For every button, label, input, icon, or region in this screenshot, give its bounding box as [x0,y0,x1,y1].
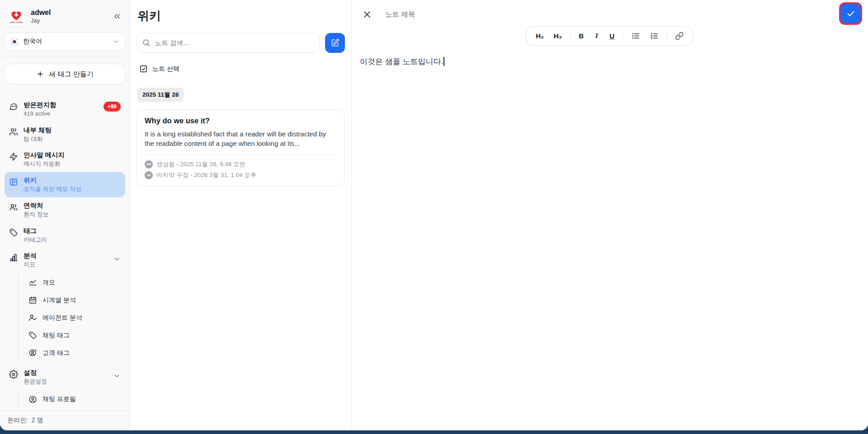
note-body-text: 이것은 샘플 노트입니다. [360,57,443,66]
chevron-down-icon [112,38,119,45]
heading3-button[interactable]: H₃ [550,30,566,42]
gear-icon [9,370,18,379]
line-chart-icon [28,278,37,287]
search-row [137,33,345,53]
user-circle-icon [28,395,37,404]
sidebar-item-wiki[interactable]: 위키 조직을 위한 메모 작성 [5,172,125,197]
sidebar-subitem-label: 에이전트 분석 [42,314,82,322]
sidebar-subitem-customer-tags[interactable]: 고객 태그 [19,344,125,362]
sidebar-item-tags[interactable]: 태그 카테고리 [5,223,125,248]
note-created-row: AD 생성됨 - 2025 11월 28, 9:46 오전 [145,159,337,170]
sidebar-subitem-overview[interactable]: 개요 [19,274,125,291]
save-note-button[interactable] [840,4,861,23]
sidebar-item-sublabel: 환자 정보 [24,211,121,219]
link-icon [675,32,684,40]
sidebar-item-label: 인사말 메시지 [24,151,121,159]
new-note-button[interactable] [325,33,345,53]
sidebar-subitem-agent-analytics[interactable]: 에이전트 분석 [19,309,125,327]
note-created-text: 생성됨 - 2025 11월 28, 9:46 오전 [156,160,245,168]
sidebar-item-contacts[interactable]: 연락처 환자 정보 [5,197,125,223]
heading2-button[interactable]: H₂ [532,30,548,42]
select-notes-toggle[interactable]: 노트 선택 [139,65,345,73]
sidebar-subitem-label: 채팅 태그 [42,331,70,340]
sidebar-item-internal-chat[interactable]: 내부 채팅 팀 대화 [5,122,125,147]
sidebar-subitem-chat-tags[interactable]: 채팅 태그 [19,327,125,344]
new-tag-button-label: 새 태그 만들기 [49,70,93,79]
note-title-input[interactable] [385,10,566,19]
check-icon [846,9,856,19]
app-window: HEALTHCARE adwel Jay 한국어 [0,0,868,430]
agent-check-icon [28,313,37,322]
note-body-editor[interactable]: 이것은 샘플 노트입니다. [360,56,857,68]
sidebar: HEALTHCARE adwel Jay 한국어 [0,0,130,430]
page-title: 위키 [137,8,345,24]
double-chevron-left-icon [113,12,122,21]
sidebar-item-sublabel: 조직을 위한 메모 작성 [24,186,121,193]
sidebar-item-label: 연락처 [24,201,121,210]
sidebar-subitem-label: 고객 태그 [42,349,70,357]
plus-icon [36,70,44,78]
chevron-down-icon [113,372,121,380]
new-tag-button[interactable]: 새 태그 만들기 [5,64,125,84]
bullet-list-icon [632,32,640,40]
compose-icon [330,38,340,47]
ordered-list-button[interactable] [646,30,663,42]
note-modified-row: JA 마지막 수정 - 2026 3월 31, 1:04 오후 [145,170,337,181]
sidebar-subitem-chat-profile[interactable]: 채팅 프로필 [19,391,125,408]
notebook-icon [9,177,18,187]
sidebar-item-label: 받은편지함 [24,101,98,109]
chat-bubble-icon [9,102,18,111]
avatar: AD [145,160,153,168]
sidebar-item-greeting-messages[interactable]: 인사말 메시지 메시지 자동화 [5,147,125,172]
unread-count-badge: +99 [104,102,121,112]
note-card-divider [145,154,337,155]
note-editor-panel: H₂ H₃ B I U 이것은 샘플 노트입니다. [352,0,868,430]
avatar: JA [145,171,153,179]
toolbar-separator [570,32,571,41]
italic-button[interactable]: I [590,30,604,42]
note-search-input[interactable] [137,33,320,53]
toolbar-separator [623,32,623,41]
chevron-down-icon [113,255,121,263]
sidebar-item-label: 위키 [24,176,121,185]
note-card[interactable]: Why do we use it? It is a long establish… [137,109,345,186]
toolbar-separator [667,32,667,41]
sidebar-subitem-timeseries[interactable]: 시계열 분석 [19,291,125,309]
sidebar-item-label: 태그 [24,227,121,235]
note-modified-text: 마지막 수정 - 2026 3월 31, 1:04 오후 [156,171,256,179]
sidebar-item-sublabel: 카테고리 [24,236,121,244]
note-excerpt: It is a long established fact that a rea… [145,129,337,149]
language-label: 한국어 [23,37,108,46]
sidebar-item-label: 분석 [24,252,108,260]
close-editor-button[interactable] [362,9,373,20]
settings-submenu: 채팅 프로필 [18,391,125,408]
collapse-sidebar-button[interactable] [111,10,123,23]
analytics-submenu: 개요 시계열 분석 에이전트 분석 채팅 태그 고객 태그 [18,274,125,362]
notes-panel: 위키 노트 선택 2025 11월 28 Why do we use it? I… [130,0,352,430]
sidebar-item-sublabel: 419 active [24,110,98,118]
bold-button[interactable]: B [575,30,588,42]
sidebar-item-inbox[interactable]: 받은편지함 419 active +99 [5,97,125,122]
sidebar-item-label: 내부 채팅 [24,126,121,135]
korea-flag-icon [10,37,19,46]
healthcare-heart-icon: HEALTHCARE [9,9,24,24]
svg-text:HEALTHCARE: HEALTHCARE [10,21,23,23]
sidebar-divider [0,57,130,57]
editor-header [352,0,868,20]
close-icon [363,10,372,19]
sidebar-item-analytics[interactable]: 분석 지표 [5,247,125,273]
underline-button[interactable]: U [605,30,619,42]
workspace-names: adwel Jay [31,9,106,24]
workspace-logo: HEALTHCARE [6,6,26,26]
checkbox-icon [139,65,148,73]
sidebar-subitem-label: 시계열 분석 [42,296,76,304]
tag-icon [28,331,37,340]
sidebar-item-sublabel: 메시지 자동화 [24,160,121,168]
bullet-list-button[interactable] [627,30,644,42]
contacts-icon [9,203,18,212]
sidebar-subitem-label: 개요 [42,279,55,287]
workspace-user: Jay [31,17,106,24]
sidebar-item-settings[interactable]: 설정 환경설정 [5,364,125,390]
language-selector[interactable]: 한국어 [5,33,125,51]
link-button[interactable] [671,30,688,42]
